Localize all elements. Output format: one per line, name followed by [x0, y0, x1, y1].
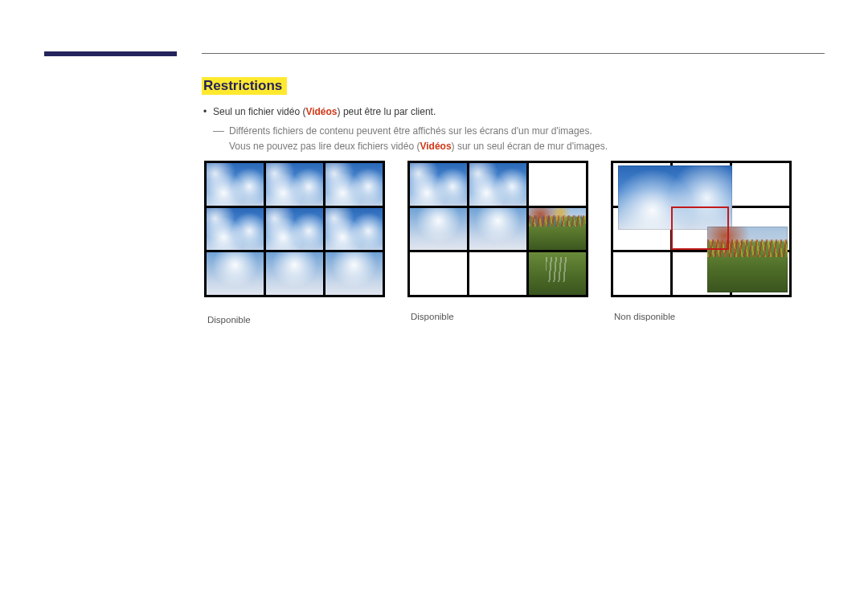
wall-cell [326, 208, 383, 251]
wall-cell [207, 163, 264, 206]
video-wall-1 [204, 161, 385, 297]
videos-keyword: Vidéos [420, 141, 451, 152]
wall-cell-blank [529, 163, 586, 206]
text-part: ) peut être lu par client. [338, 106, 436, 117]
wall-cell [266, 163, 323, 206]
example-caption-3: Non disponible [611, 312, 792, 321]
example-3: Non disponible [611, 161, 792, 325]
section-title: Restrictions [202, 77, 287, 95]
wall-cell [266, 252, 323, 295]
restriction-subnote: Différents fichiers de contenu peuvent ê… [213, 124, 825, 153]
wall-cell [326, 252, 383, 295]
example-gallery: Disponible Disponible [204, 161, 825, 325]
wall-cell-blank [613, 252, 670, 295]
video-wall-3 [611, 161, 792, 297]
text-line: Différents fichiers de contenu peuvent ê… [229, 125, 592, 137]
wall-cell [410, 163, 467, 206]
example-2: Disponible [407, 161, 588, 325]
content-area: Restrictions Seul un fichier vidéo (Vidé… [202, 77, 825, 158]
restriction-item-1: Seul un fichier vidéo (Vidéos) peut être… [213, 104, 825, 153]
wall-cell [410, 208, 467, 251]
video-wall-2 [407, 161, 588, 297]
text-part: Seul un fichier vidéo ( [213, 106, 305, 117]
wall-cell-blank [410, 252, 467, 295]
wall-cell [207, 208, 264, 251]
header-rule [202, 53, 825, 54]
wall-cell [469, 208, 526, 251]
example-caption-1: Disponible [204, 315, 385, 325]
example-1: Disponible [204, 161, 385, 325]
wall-cell [326, 163, 383, 206]
overlay-video-sky [618, 166, 732, 230]
wall-cell [529, 252, 586, 295]
accent-bar [44, 51, 177, 56]
restriction-list: Seul un fichier vidéo (Vidéos) peut être… [202, 104, 825, 153]
wall-cell [266, 208, 323, 251]
wall-cell-blank [732, 163, 789, 206]
wall-cell [207, 252, 264, 295]
text-part: Vous ne pouvez pas lire deux fichiers vi… [229, 141, 420, 152]
wall-cell-blank [469, 252, 526, 295]
overlay-video-field [707, 227, 788, 292]
text-part: ) sur un seul écran de mur d'images. [452, 141, 608, 152]
wall-cell [469, 163, 526, 206]
videos-keyword: Vidéos [305, 106, 337, 117]
wall-cell [529, 208, 586, 251]
example-caption-2: Disponible [407, 312, 588, 321]
